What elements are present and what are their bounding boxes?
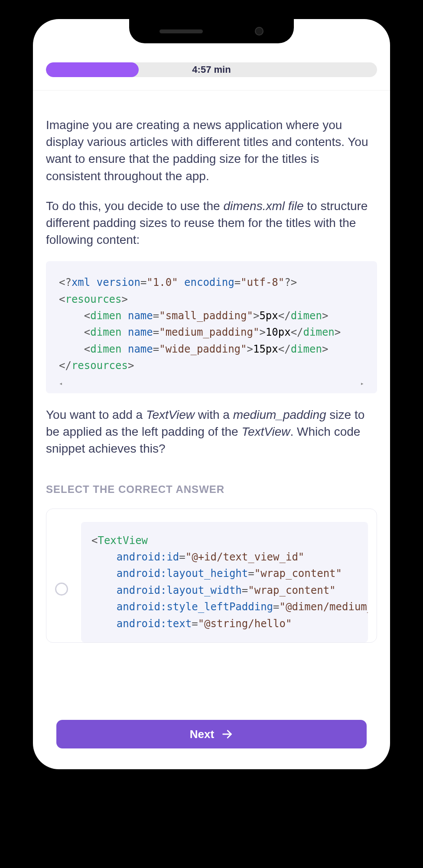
phone-frame: 4:57 min Imagine you are creating a news… xyxy=(23,9,400,780)
front-camera xyxy=(255,27,264,36)
answer-option-1[interactable]: <TextView android:id="@+id/text_view_id"… xyxy=(46,508,377,643)
next-button-label: Next xyxy=(190,728,214,741)
answer-code-block: <TextView android:id="@+id/text_view_id"… xyxy=(81,522,368,642)
progress-bar: 4:57 min xyxy=(46,62,377,77)
scroll-indicator: ◂▸ xyxy=(59,379,364,388)
notch xyxy=(129,19,294,43)
italic-text: TextView xyxy=(241,425,290,438)
italic-text: TextView xyxy=(146,408,195,421)
italic-text: dimens.xml file xyxy=(223,199,303,213)
question-paragraph-3: You want to add a TextView with a medium… xyxy=(46,406,377,457)
text: To do this, you decide to use the xyxy=(46,199,223,213)
radio-button[interactable] xyxy=(55,583,68,596)
italic-text: medium_padding xyxy=(233,408,326,421)
progress-fill xyxy=(46,62,139,77)
text: You want to add a xyxy=(46,408,146,421)
content-area: 4:57 min Imagine you are creating a news… xyxy=(33,19,390,769)
arrow-right-icon xyxy=(221,728,233,740)
answers-section-label: SELECT THE CORRECT ANSWER xyxy=(46,483,377,496)
speaker-grille xyxy=(159,29,203,33)
header: 4:57 min xyxy=(33,62,390,91)
code-block-resources[interactable]: <?xml version="1.0" encoding="utf-8"?> <… xyxy=(46,261,377,393)
timer-label: 4:57 min xyxy=(192,64,231,75)
question-paragraph-1: Imagine you are creating a news applicat… xyxy=(46,117,377,185)
text: with a xyxy=(195,408,233,421)
next-button[interactable]: Next xyxy=(56,720,367,748)
question-paragraph-2: To do this, you decide to use the dimens… xyxy=(46,198,377,249)
screen: 4:57 min Imagine you are creating a news… xyxy=(33,19,390,769)
question-body: Imagine you are creating a news applicat… xyxy=(33,91,390,769)
